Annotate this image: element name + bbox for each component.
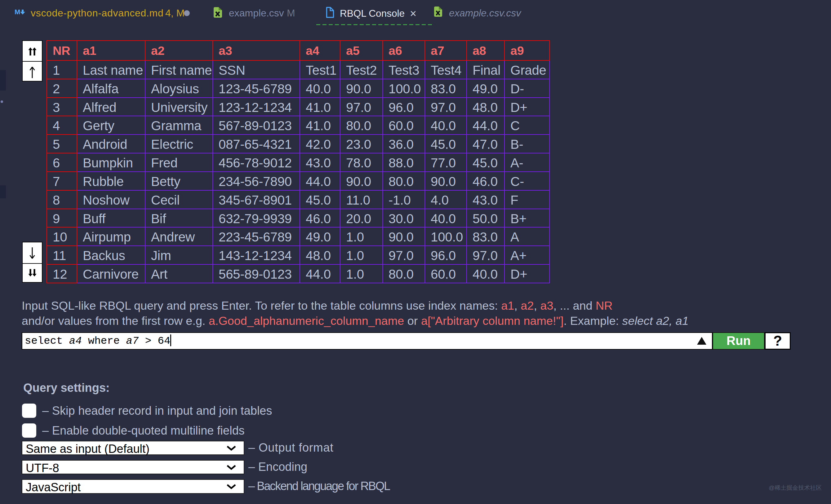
svg-text:M: M	[15, 9, 20, 15]
